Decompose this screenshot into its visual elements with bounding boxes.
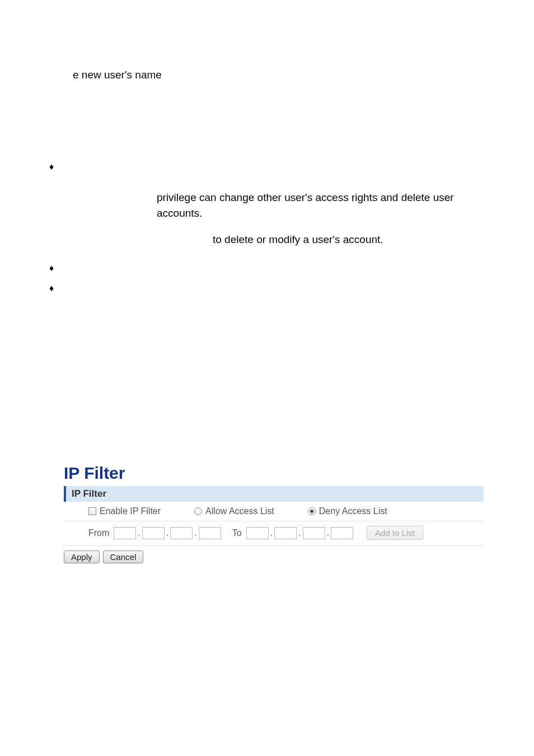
diamond-bullet-icon: ♦ — [45, 263, 72, 273]
ip-filter-section-header: IP Filter — [64, 486, 484, 502]
bullet-item: ♦ — [45, 263, 495, 273]
ip-to-label: To — [232, 528, 242, 538]
allow-access-option[interactable]: Allow Access List — [194, 506, 274, 516]
add-to-list-button[interactable]: Add to List — [367, 526, 423, 540]
ip-filter-options-row: Enable IP Filter Allow Access List Deny … — [64, 502, 484, 521]
ip-from-label: From — [88, 528, 109, 538]
ip-filter-button-row: Apply Cancel — [64, 546, 484, 563]
ip-to-octet-2[interactable] — [274, 527, 297, 539]
radio-icon[interactable] — [308, 507, 316, 515]
enable-ip-filter-option[interactable]: Enable IP Filter — [88, 506, 161, 516]
dot-icon: . — [327, 528, 329, 538]
ip-to-octet-1[interactable] — [246, 527, 269, 539]
diamond-bullet-icon: ♦ — [45, 283, 72, 293]
ip-from-octet-1[interactable] — [114, 527, 136, 539]
body-text-fragment: e new user's name — [73, 67, 495, 83]
radio-icon[interactable] — [194, 507, 202, 515]
bullet-item: ♦ — [45, 283, 495, 293]
ip-from-octet-2[interactable] — [142, 527, 165, 539]
document-page: e new user's name ♦ privilege can change… — [0, 0, 534, 756]
ip-to-octet-3[interactable] — [303, 527, 325, 539]
checkbox-icon[interactable] — [88, 507, 96, 515]
dot-icon: . — [166, 528, 168, 538]
cancel-button[interactable]: Cancel — [103, 550, 144, 563]
dot-icon: . — [138, 528, 140, 538]
ip-filter-panel: IP Filter IP Filter Enable IP Filter All… — [64, 464, 484, 563]
body-text-fragment: privilege can change other user's access… — [157, 190, 495, 222]
ip-from-octet-3[interactable] — [170, 527, 193, 539]
ip-range-row: From . . . To . . . Add to List — [64, 521, 484, 546]
dot-icon: . — [298, 528, 301, 538]
diamond-bullet-icon: ♦ — [45, 162, 72, 172]
allow-access-label: Allow Access List — [205, 506, 274, 516]
bullet-item: ♦ — [45, 162, 495, 172]
ip-to-octet-4[interactable] — [331, 527, 353, 539]
ip-filter-heading: IP Filter — [64, 464, 484, 483]
deny-access-label: Deny Access List — [319, 506, 387, 516]
enable-ip-filter-label: Enable IP Filter — [100, 506, 161, 516]
apply-button[interactable]: Apply — [64, 550, 100, 563]
deny-access-option[interactable]: Deny Access List — [308, 506, 387, 516]
body-text-fragment: to delete or modify a user's account. — [213, 232, 495, 248]
dot-icon: . — [270, 528, 273, 538]
dot-icon: . — [194, 528, 196, 538]
ip-from-octet-4[interactable] — [199, 527, 221, 539]
